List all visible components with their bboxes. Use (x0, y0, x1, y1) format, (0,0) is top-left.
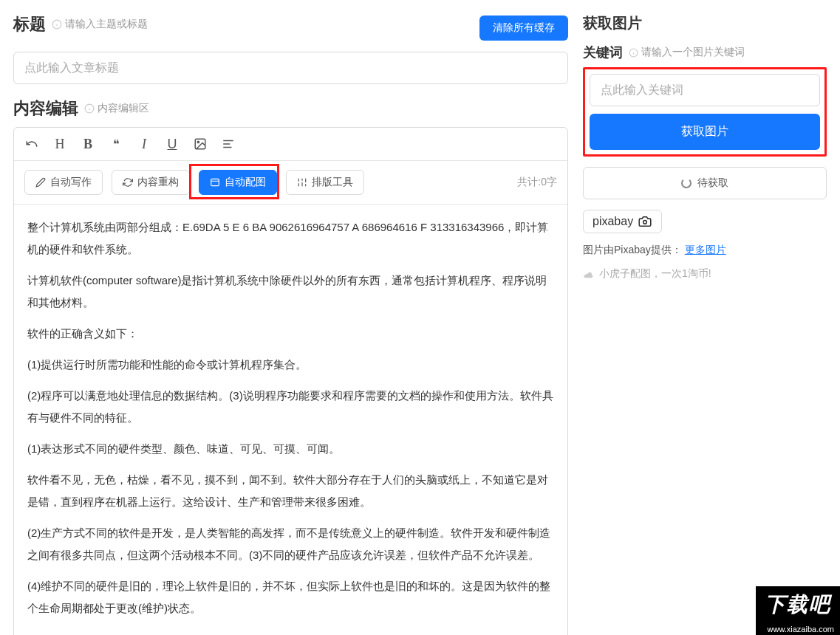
keyword-label: 关键词 (583, 44, 623, 61)
undo-button[interactable] (24, 137, 39, 151)
editor-hint: 内容编辑区 (84, 102, 149, 115)
auto-image-button[interactable]: 自动配图 (199, 170, 277, 195)
editor-action-bar: 自动写作 内容重构 自动配图 排版工具 共计:0字 (14, 161, 567, 205)
editor-container: H B ❝ I U 自动写作 内容重构 (13, 127, 568, 635)
pixabay-badge: pixabay (583, 210, 662, 233)
image-button[interactable] (193, 137, 208, 151)
quote-button[interactable]: ❝ (109, 137, 123, 151)
underline-button[interactable]: U (165, 137, 180, 151)
pending-button[interactable]: 待获取 (583, 167, 827, 199)
refresh-icon (123, 177, 133, 188)
sliders-icon (297, 177, 307, 188)
auto-write-button[interactable]: 自动写作 (24, 170, 103, 195)
pencil-icon (35, 177, 46, 188)
watermark-url: www.xiazaiba.com (756, 623, 840, 635)
keyword-input[interactable] (590, 74, 820, 106)
content-paragraph: 整个计算机系统由两部分组成：E.69DA 5 E 6 BA 9062616964… (27, 216, 554, 261)
keyword-highlight-box: 获取图片 (583, 67, 827, 157)
svg-point-7 (197, 141, 199, 143)
editor-content[interactable]: 整个计算机系统由两部分组成：E.69DA 5 E 6 BA 9062616964… (14, 205, 567, 635)
watermark: 下载吧 www.xiazaiba.com (756, 586, 840, 635)
title-section-header: 标题 请输入主题或标题 (13, 13, 148, 35)
clear-cache-button[interactable]: 清除所有缓存 (479, 16, 568, 41)
note-line: 小虎子配图，一次1淘币! (583, 267, 827, 281)
title-hint: 请输入主题或标题 (52, 18, 148, 31)
content-paragraph: 软件的正确含义如下： (27, 323, 554, 345)
camera-icon (638, 216, 652, 227)
align-button[interactable] (221, 137, 236, 151)
window-icon (210, 177, 220, 188)
get-image-header: 获取图片 (583, 13, 827, 33)
content-paragraph: (2)生产方式不同的软件是开发，是人类智能的高发挥，而不是传统意义上的硬件制造。… (27, 522, 554, 566)
restructure-button[interactable]: 内容重构 (112, 170, 190, 195)
watermark-logo: 下载吧 (756, 586, 840, 623)
heading-button[interactable]: H (52, 137, 67, 151)
keyword-header: 关键词 请输入一个图片关键词 (583, 44, 827, 61)
right-sidebar: 获取图片 关键词 请输入一个图片关键词 获取图片 待获取 pixabay (583, 13, 827, 635)
undo-icon (25, 137, 38, 151)
content-paragraph: (4)维护不同的硬件是旧的，理论上软件是旧的，并不坏，但实际上软件也是旧的和坏的… (27, 575, 554, 619)
cloud-icon (583, 270, 595, 278)
get-image-button[interactable]: 获取图片 (590, 114, 820, 150)
more-images-link[interactable]: 更多图片 (685, 244, 726, 255)
content-paragraph: (1)提供运行时所需功能和性能的命令或计算机程序集合。 (27, 354, 554, 376)
info-icon (52, 19, 62, 30)
content-paragraph: 计算机软件(computer software)是指计算机系统中除硬件以外的所有… (27, 270, 554, 314)
get-image-label: 获取图片 (583, 13, 642, 33)
editor-label: 内容编辑 (13, 97, 78, 120)
left-column: 标题 请输入主题或标题 清除所有缓存 内容编辑 内容编辑区 H (13, 13, 568, 635)
info-icon (629, 48, 638, 58)
svg-rect-11 (211, 179, 219, 185)
italic-button[interactable]: I (137, 137, 151, 151)
content-paragraph: (2)程序可以满意地处理信息的数据结构。(3)说明程序功能要求和程序需要的文档的… (27, 385, 554, 429)
align-left-icon (222, 137, 235, 151)
svg-point-22 (643, 220, 647, 224)
credit-line: 图片由Pixabay提供： 更多图片 (583, 244, 827, 257)
char-count: 共计:0字 (517, 176, 557, 189)
bold-button[interactable]: B (81, 137, 95, 151)
content-paragraph: 软件看不见，无色，枯燥，看不见，摸不到，闻不到。软件大部分存在于人们的头脑或纸上… (27, 469, 554, 513)
content-paragraph: (1)表达形式不同的硬件类型、颜色、味道、可见、可摸、可闻。 (27, 438, 554, 460)
editor-toolbar: H B ❝ I U (14, 128, 567, 161)
keyword-hint: 请输入一个图片关键词 (629, 46, 745, 59)
editor-section-header: 内容编辑 内容编辑区 (13, 97, 568, 120)
image-icon (194, 137, 207, 151)
info-icon (84, 103, 95, 114)
title-label: 标题 (13, 13, 46, 35)
title-input[interactable] (13, 52, 568, 84)
spinner-icon (681, 178, 692, 188)
layout-tool-button[interactable]: 排版工具 (286, 170, 364, 195)
